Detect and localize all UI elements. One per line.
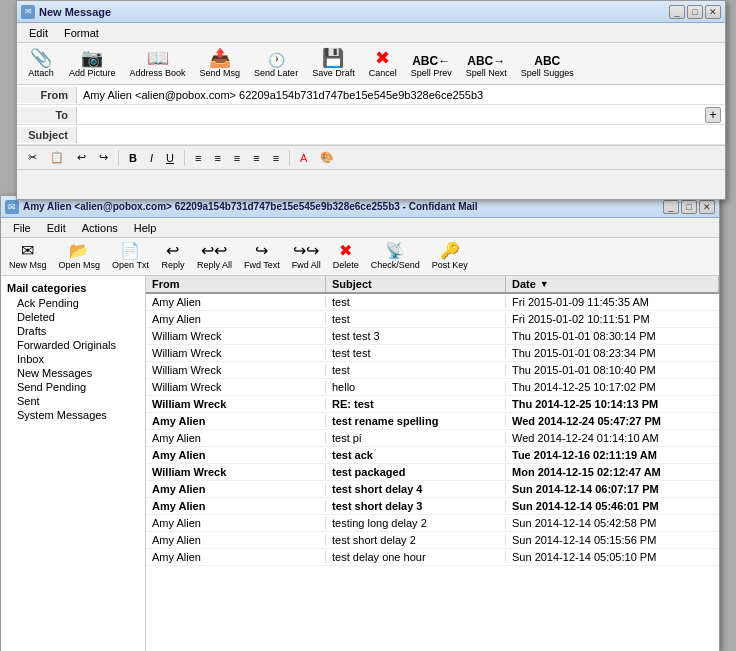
post-key-label: Post Key [432, 260, 468, 270]
italic-button[interactable]: I [145, 150, 158, 166]
undo-button[interactable]: ↩ [72, 149, 91, 166]
post-key-button[interactable]: 🔑 Post Key [428, 241, 472, 272]
col-header-subject[interactable]: Subject [326, 276, 506, 292]
send-msg-button[interactable]: 📤 Send Msg [196, 47, 245, 80]
highlight-button[interactable]: 🎨 [315, 149, 339, 166]
open-txt-button[interactable]: 📄 Open Txt [108, 241, 153, 272]
align-right-button[interactable]: ≡ [229, 150, 245, 166]
sidebar-item-send-pending[interactable]: Send Pending [1, 380, 145, 394]
table-row[interactable]: William Wreck test Thu 2015-01-01 08:10:… [146, 362, 719, 379]
col-header-from[interactable]: From [146, 276, 326, 292]
font-color-button[interactable]: A [295, 150, 312, 166]
align-left-button[interactable]: ≡ [190, 150, 206, 166]
spell-next-icon: ABC→ [467, 55, 505, 67]
msg-date: Mon 2014-12-15 02:12:47 AM [506, 466, 719, 478]
outdent-button[interactable]: ≡ [268, 150, 284, 166]
fwd-text-icon: ↪ [255, 243, 268, 259]
table-row[interactable]: William Wreck hello Thu 2014-12-25 10:17… [146, 379, 719, 396]
address-book-button[interactable]: 📖 Address Book [126, 47, 190, 80]
fwd-text-button[interactable]: ↪ Fwd Text [240, 241, 284, 272]
sidebar-item-ack-pending[interactable]: Ack Pending [1, 296, 145, 310]
msg-from: Amy Alien [146, 296, 326, 308]
redo-button[interactable]: ↪ [94, 149, 113, 166]
table-row[interactable]: Amy Alien test Fri 2015-01-02 10:11:51 P… [146, 311, 719, 328]
copy-button[interactable]: 📋 [45, 149, 69, 166]
sidebar-item-drafts[interactable]: Drafts [1, 324, 145, 338]
sidebar-item-forwarded-originals[interactable]: Forwarded Originals [1, 338, 145, 352]
reply-all-label: Reply All [197, 260, 232, 270]
table-row[interactable]: Amy Alien test ack Tue 2014-12-16 02:11:… [146, 447, 719, 464]
send-later-button[interactable]: 🕐 Send Later [250, 51, 302, 80]
underline-button[interactable]: U [161, 150, 179, 166]
table-row[interactable]: Amy Alien test delay one hour Sun 2014-1… [146, 549, 719, 566]
fwd-all-button[interactable]: ↪↪ Fwd All [288, 241, 325, 272]
col-header-date[interactable]: Date ▼ [506, 276, 719, 292]
delete-button[interactable]: ✖ Delete [329, 241, 363, 272]
msg-subject: test test [326, 347, 506, 359]
attach-button[interactable]: 📎 Attach [23, 47, 59, 80]
from-row: From Amy Alien <alien@pobox.com> 62209a1… [17, 85, 725, 105]
align-center-button[interactable]: ≡ [209, 150, 225, 166]
add-picture-button[interactable]: 📷 Add Picture [65, 47, 120, 80]
main-maximize-btn[interactable]: □ [681, 200, 697, 214]
address-book-icon: 📖 [147, 49, 169, 67]
to-input[interactable] [77, 107, 705, 123]
msg-date: Thu 2014-12-25 10:14:13 PM [506, 398, 719, 410]
cut-button[interactable]: ✂ [23, 149, 42, 166]
msg-from: Amy Alien [146, 313, 326, 325]
table-row[interactable]: Amy Alien test short delay 3 Sun 2014-12… [146, 498, 719, 515]
table-row[interactable]: Amy Alien test Fri 2015-01-09 11:45:35 A… [146, 294, 719, 311]
fmt-separator-1 [118, 150, 119, 166]
new-msg-button[interactable]: ✉ New Msg [5, 241, 51, 272]
spell-next-button[interactable]: ABC→ Spell Next [462, 53, 511, 80]
msg-date: Wed 2014-12-24 01:14:10 AM [506, 432, 719, 444]
sidebar-item-inbox[interactable]: Inbox [1, 352, 145, 366]
table-row[interactable]: William Wreck RE: test Thu 2014-12-25 10… [146, 396, 719, 413]
main-menu-actions[interactable]: Actions [74, 220, 126, 236]
table-row[interactable]: Amy Alien test short delay 4 Sun 2014-12… [146, 481, 719, 498]
sidebar-item-system-messages[interactable]: System Messages [1, 408, 145, 422]
main-menu-help[interactable]: Help [126, 220, 165, 236]
table-row[interactable]: Amy Alien test short delay 2 Sun 2014-12… [146, 532, 719, 549]
compose-maximize-btn[interactable]: □ [687, 5, 703, 19]
main-menu-edit[interactable]: Edit [39, 220, 74, 236]
sidebar-item-deleted[interactable]: Deleted [1, 310, 145, 324]
main-close-btn[interactable]: ✕ [699, 200, 715, 214]
spell-prev-button[interactable]: ABC← Spell Prev [407, 53, 456, 80]
to-add-button[interactable]: + [705, 107, 721, 123]
new-msg-label: New Msg [9, 260, 47, 270]
compose-menu-format[interactable]: Format [56, 25, 107, 41]
table-row[interactable]: Amy Alien test rename spelling Wed 2014-… [146, 413, 719, 430]
subject-input[interactable] [77, 127, 725, 143]
save-draft-label: Save Draft [312, 68, 355, 78]
table-row[interactable]: Amy Alien testing long delay 2 Sun 2014-… [146, 515, 719, 532]
spell-suggest-button[interactable]: ABC Spell Sugges [517, 53, 578, 80]
check-send-button[interactable]: 📡 Check/Send [367, 241, 424, 272]
main-minimize-btn[interactable]: _ [663, 200, 679, 214]
compose-minimize-btn[interactable]: _ [669, 5, 685, 19]
compose-close-btn[interactable]: ✕ [705, 5, 721, 19]
msg-subject: RE: test [326, 398, 506, 410]
reply-all-button[interactable]: ↩↩ Reply All [193, 241, 236, 272]
main-menu-bar: File Edit Actions Help [1, 218, 719, 238]
table-row[interactable]: William Wreck test test 3 Thu 2015-01-01… [146, 328, 719, 345]
post-key-icon: 🔑 [440, 243, 460, 259]
compose-menu-edit[interactable]: Edit [21, 25, 56, 41]
open-msg-button[interactable]: 📂 Open Msg [55, 241, 105, 272]
save-draft-button[interactable]: 💾 Save Draft [308, 47, 359, 80]
reply-button[interactable]: ↩ Reply [157, 241, 189, 272]
message-rows[interactable]: Amy Alien test Fri 2015-01-09 11:45:35 A… [146, 294, 719, 651]
msg-from: William Wreck [146, 347, 326, 359]
list-header: From Subject Date ▼ [146, 276, 719, 294]
address-book-label: Address Book [130, 68, 186, 78]
main-menu-file[interactable]: File [5, 220, 39, 236]
cancel-button[interactable]: ✖ Cancel [365, 47, 401, 80]
table-row[interactable]: William Wreck test test Thu 2015-01-01 0… [146, 345, 719, 362]
table-row[interactable]: William Wreck test packaged Mon 2014-12-… [146, 464, 719, 481]
bold-button[interactable]: B [124, 150, 142, 166]
sidebar-item-new-messages[interactable]: New Messages [1, 366, 145, 380]
sidebar-item-sent[interactable]: Sent [1, 394, 145, 408]
table-row[interactable]: Amy Alien test pi Wed 2014-12-24 01:14:1… [146, 430, 719, 447]
new-msg-icon: ✉ [21, 243, 34, 259]
indent-button[interactable]: ≡ [248, 150, 264, 166]
